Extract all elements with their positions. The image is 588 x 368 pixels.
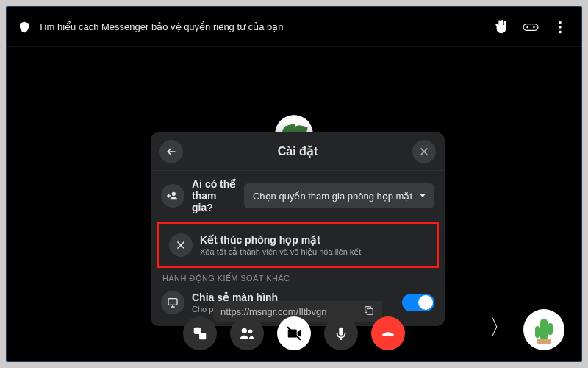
who-can-join-row: Ai có thể tham gia? Chọn quyền tham gia … [151, 171, 445, 221]
svg-rect-8 [367, 308, 373, 314]
svg-point-4 [559, 26, 562, 29]
highlight-annotation: Kết thúc phòng họp mặt Xóa tất cả thành … [157, 222, 439, 268]
screen-share-icon [161, 291, 184, 314]
join-permission-dropdown[interactable]: Chọn quyền tham gia phòng họp mặt [244, 183, 434, 208]
close-button[interactable] [412, 140, 436, 163]
remote-avatar [275, 115, 313, 134]
call-area: Cài đặt Ai có thể tham gia? Chọn quyền t… [7, 47, 581, 361]
back-button[interactable] [159, 140, 183, 163]
screen-share-toggle[interactable] [402, 294, 434, 311]
top-bar: Tìm hiểu cách Messenger bảo vệ quyền riê… [7, 7, 581, 47]
svg-rect-13 [339, 328, 343, 336]
end-room-row[interactable]: Kết thúc phòng họp mặt Xóa tất cả thành … [159, 226, 437, 264]
svg-point-3 [559, 21, 562, 24]
microphone-button[interactable] [324, 316, 358, 350]
svg-rect-10 [199, 333, 206, 339]
other-controls-header: HÀNH ĐỘNG KIỂM SOÁT KHÁC [151, 272, 445, 283]
end-call-button[interactable] [371, 316, 405, 350]
next-chevron-icon[interactable]: 〉 [490, 314, 510, 342]
person-add-icon [161, 184, 184, 208]
svg-point-6 [172, 192, 176, 196]
settings-panel: Cài đặt Ai có thể tham gia? Chọn quyền t… [151, 132, 445, 326]
room-link-text: nttps://msngr.com/Iltbvgn [220, 306, 327, 317]
self-avatar[interactable] [523, 309, 564, 350]
close-icon [169, 233, 193, 257]
panel-title: Cài đặt [278, 144, 318, 158]
svg-rect-7 [168, 299, 177, 305]
more-menu-icon[interactable] [550, 17, 570, 38]
svg-point-1 [526, 26, 528, 27]
who-can-join-label: Ai có thể tham gia? [192, 178, 237, 213]
privacy-banner-text[interactable]: Tìm hiểu cách Messenger bảo vệ quyền riê… [38, 21, 283, 32]
svg-point-2 [533, 26, 534, 27]
dropdown-text: Chọn quyền tham gia phòng họp mặt [253, 191, 412, 202]
camera-button[interactable] [277, 316, 311, 350]
app-window: Tìm hiểu cách Messenger bảo vệ quyền riê… [6, 6, 582, 362]
raise-hand-icon[interactable] [491, 17, 512, 38]
end-room-title: Kết thúc phòng họp mặt [200, 234, 361, 246]
participants-button[interactable] [230, 316, 264, 350]
game-controller-icon[interactable] [520, 17, 541, 38]
chevron-down-icon [418, 191, 427, 200]
svg-rect-0 [523, 24, 538, 30]
svg-point-11 [242, 328, 247, 333]
svg-rect-9 [194, 328, 201, 334]
end-room-subtitle: Xóa tất cả thành viên và vô hiệu hóa liê… [200, 247, 361, 257]
call-controls [183, 316, 405, 350]
panel-header: Cài đặt [151, 132, 445, 171]
share-screen-button[interactable] [183, 316, 217, 350]
shield-icon [18, 20, 31, 35]
svg-point-5 [559, 30, 562, 33]
svg-point-12 [248, 330, 253, 334]
